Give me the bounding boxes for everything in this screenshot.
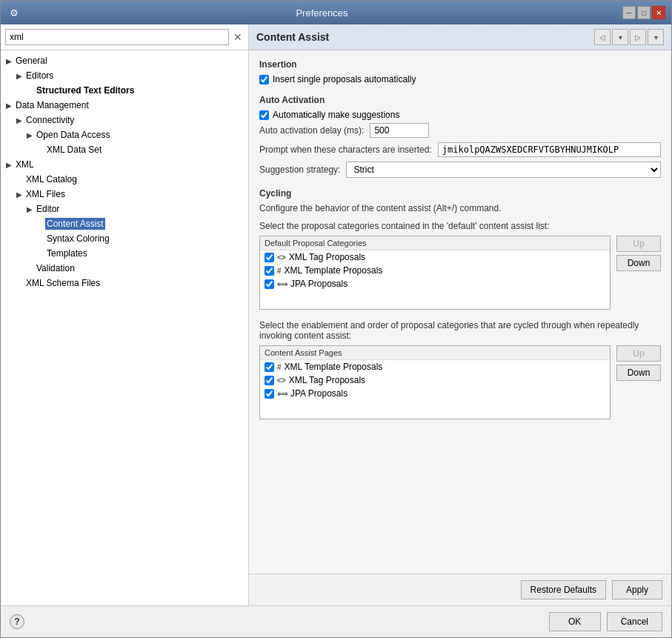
tree-item-content-assist[interactable]: Content Assist xyxy=(1,216,248,231)
tree-item-xml-data-set[interactable]: XML Data Set xyxy=(1,142,248,157)
back-button[interactable]: ◁ xyxy=(594,29,611,45)
xml-tag-icon: <> xyxy=(277,253,286,262)
toggle-xml[interactable]: ▶ xyxy=(4,161,14,169)
default-proposal-label-1: XML Template Proposals xyxy=(285,265,383,276)
strategy-select[interactable]: Strict Lenient xyxy=(346,162,661,178)
default-proposals-box: Default Proposal Categories <> XML Tag P… xyxy=(259,236,611,310)
pages-proposal-item-0[interactable]: # XML Template Proposals xyxy=(260,360,610,373)
pages-proposals-box: Content Assist Pages # XML Template Prop… xyxy=(259,345,611,419)
strategy-row: Suggestion strategy: Strict Lenient xyxy=(259,162,661,178)
tree-item-data-management[interactable]: ▶ Data Management xyxy=(1,98,248,113)
default-proposal-item-2[interactable]: ⟺ JPA Proposals xyxy=(260,277,610,290)
pages-proposal-label-1: XML Tag Proposals xyxy=(289,375,365,385)
tree-item-structured-text-editors[interactable]: Structured Text Editors xyxy=(1,83,248,98)
tree-item-syntax-coloring[interactable]: Syntax Coloring xyxy=(1,231,248,246)
toggle-open-data-access[interactable]: ▶ xyxy=(24,131,35,139)
tree-item-editor[interactable]: ▶ Editor xyxy=(1,202,248,216)
default-proposal-checkbox-2[interactable] xyxy=(265,279,274,289)
insert-single-proposals-checkbox[interactable] xyxy=(259,75,269,84)
pages-up-button[interactable]: Up xyxy=(616,345,661,362)
toggle-connectivity[interactable]: ▶ xyxy=(14,116,24,124)
pages-proposals-section: Content Assist Pages # XML Template Prop… xyxy=(259,345,661,419)
label-general: General xyxy=(14,55,49,67)
tree-item-validation[interactable]: Validation xyxy=(1,261,248,276)
tree-item-open-data-access[interactable]: ▶ Open Data Access xyxy=(1,127,248,142)
search-input[interactable] xyxy=(5,29,229,45)
pages-section-label: Select the enablement and order of propo… xyxy=(259,320,661,341)
label-structured-text-editors: Structured Text Editors xyxy=(35,84,136,96)
pages-proposal-checkbox-2[interactable] xyxy=(265,389,274,399)
tree-item-connectivity[interactable]: ▶ Connectivity xyxy=(1,113,248,127)
preference-tree: ▶ General ▶ Editors Structured Te xyxy=(1,50,248,605)
default-up-button[interactable]: Up xyxy=(616,236,661,252)
tree-item-xml[interactable]: ▶ XML xyxy=(1,157,248,172)
forward-button[interactable]: ▷ xyxy=(630,29,646,45)
right-panel-title: Content Assist xyxy=(256,31,329,43)
default-proposal-item-0[interactable]: <> XML Tag Proposals xyxy=(260,250,610,264)
insertion-section-title: Insertion xyxy=(259,59,661,70)
label-xml-data-set: XML Data Set xyxy=(45,144,103,156)
close-button[interactable]: ✕ xyxy=(652,6,665,19)
cycling-title: Cycling xyxy=(259,188,661,199)
default-proposals-section: Default Proposal Categories <> XML Tag P… xyxy=(259,236,661,310)
default-proposal-checkbox-1[interactable] xyxy=(265,266,274,276)
pages-proposal-checkbox-0[interactable] xyxy=(265,362,274,372)
default-down-button[interactable]: Down xyxy=(616,255,661,271)
label-open-data-access: Open Data Access xyxy=(35,129,111,141)
default-proposal-label-2: JPA Proposals xyxy=(290,279,347,289)
pages-proposal-checkbox-1[interactable] xyxy=(265,376,274,385)
right-panel: Content Assist ◁ ▾ ▷ ▾ Insertion Insert … xyxy=(249,24,671,605)
pages-proposal-label-0: XML Template Proposals xyxy=(285,362,383,372)
toggle-general[interactable]: ▶ xyxy=(4,57,14,65)
footer-left: ? xyxy=(10,614,24,629)
pages-down-button[interactable]: Down xyxy=(616,365,661,381)
help-button[interactable]: ? xyxy=(10,614,24,629)
tree-item-general[interactable]: ▶ General xyxy=(1,53,248,68)
delay-input[interactable] xyxy=(370,123,429,138)
search-clear-button[interactable]: ✕ xyxy=(232,31,244,43)
xml-template-icon: # xyxy=(277,267,282,275)
search-bar: ✕ xyxy=(1,24,248,50)
delay-row: Auto activation delay (ms): xyxy=(259,123,661,138)
jpa-icon: ⟺ xyxy=(277,280,287,288)
label-xml-catalog: XML Catalog xyxy=(24,173,79,185)
footer: ? OK Cancel xyxy=(1,605,671,637)
pages-xml-tag-icon: <> xyxy=(277,376,286,385)
right-body: Insertion Insert single proposals automa… xyxy=(249,50,671,574)
forward-dropdown-button[interactable]: ▾ xyxy=(648,29,664,45)
toggle-xml-files[interactable]: ▶ xyxy=(14,190,24,199)
prompt-row: Prompt when these characters are inserte… xyxy=(259,142,661,157)
ok-button[interactable]: OK xyxy=(549,612,601,631)
tree-item-xml-files[interactable]: ▶ XML Files xyxy=(1,187,248,202)
bottom-action-bar: Restore Defaults Apply xyxy=(249,574,671,605)
label-syntax-coloring: Syntax Coloring xyxy=(45,233,111,245)
tree-item-xml-schema-files[interactable]: XML Schema Files xyxy=(1,276,248,290)
default-proposal-checkbox-0[interactable] xyxy=(265,253,274,262)
pages-proposals-header: Content Assist Pages xyxy=(260,346,610,360)
toggle-data-management[interactable]: ▶ xyxy=(4,102,14,110)
tree-item-templates[interactable]: Templates xyxy=(1,246,248,261)
tree-item-xml-catalog[interactable]: XML Catalog xyxy=(1,172,248,187)
default-proposal-item-1[interactable]: # XML Template Proposals xyxy=(260,264,610,277)
minimize-button[interactable]: ─ xyxy=(622,6,636,19)
auto-suggest-checkbox[interactable] xyxy=(259,110,269,120)
restore-defaults-button[interactable]: Restore Defaults xyxy=(521,580,606,599)
label-validation: Validation xyxy=(35,262,76,274)
apply-button[interactable]: Apply xyxy=(612,580,662,599)
left-panel: ✕ ▶ General ▶ Editors xyxy=(1,24,249,605)
back-dropdown-button[interactable]: ▾ xyxy=(612,29,628,45)
tree-item-editors[interactable]: ▶ Editors xyxy=(1,68,248,83)
prompt-input[interactable] xyxy=(438,142,661,157)
label-content-assist: Content Assist xyxy=(45,218,105,230)
pages-proposal-item-1[interactable]: <> XML Tag Proposals xyxy=(260,373,610,387)
insert-single-proposals-label: Insert single proposals automatically xyxy=(273,74,416,84)
header-actions: ◁ ▾ ▷ ▾ xyxy=(594,29,664,45)
toggle-editors[interactable]: ▶ xyxy=(14,72,24,80)
insert-single-proposals-row: Insert single proposals automatically xyxy=(259,74,661,84)
preferences-window: ⚙ Preferences ─ □ ✕ ✕ ▶ General xyxy=(0,0,672,638)
auto-activation-section: Auto Activation Automatically make sugge… xyxy=(259,95,661,178)
toggle-editor[interactable]: ▶ xyxy=(24,205,35,213)
maximize-button[interactable]: □ xyxy=(637,6,651,19)
cancel-button[interactable]: Cancel xyxy=(607,612,662,631)
pages-proposal-item-2[interactable]: ⟺ JPA Proposals xyxy=(260,387,610,400)
